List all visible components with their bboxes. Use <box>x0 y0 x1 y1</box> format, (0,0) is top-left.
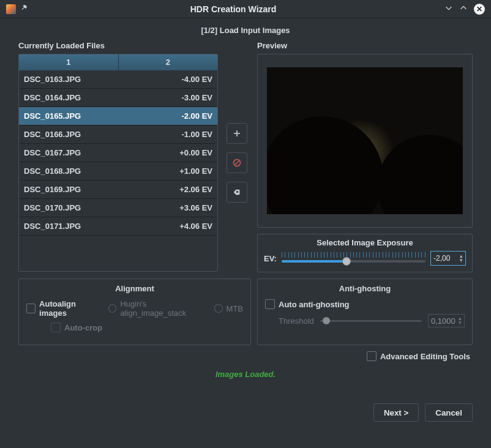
maximize-icon[interactable] <box>459 4 468 14</box>
table-row[interactable]: DSC_0167.JPG+0.00 EV <box>19 144 217 162</box>
close-icon[interactable]: ✕ <box>474 4 485 15</box>
add-files-button[interactable] <box>227 123 247 144</box>
threshold-value: 0,1000 <box>431 316 455 326</box>
file-ev-cell: +4.06 EV <box>122 222 217 231</box>
ev-label: EV: <box>264 254 277 263</box>
table-row[interactable]: DSC_0170.JPG+3.06 EV <box>19 199 217 217</box>
advanced-tools-checkbox[interactable] <box>367 351 377 361</box>
preview-frame <box>257 54 473 228</box>
file-ev-cell: -1.00 EV <box>122 130 217 139</box>
file-ev-cell: +2.06 EV <box>122 185 217 194</box>
threshold-label: Threshold <box>279 316 314 326</box>
auto-antighost-checkbox[interactable] <box>265 299 275 309</box>
file-ev-cell: +0.00 EV <box>122 148 217 157</box>
autocrop-label: Auto-crop <box>64 323 102 332</box>
column-header-1[interactable]: 1 <box>19 54 119 70</box>
file-ev-cell: +1.00 EV <box>122 166 217 176</box>
file-ev-cell: -2.00 EV <box>122 111 217 121</box>
file-ev-cell: -4.00 EV <box>122 75 217 84</box>
file-name-cell: DSC_0168.JPG <box>19 166 122 176</box>
file-name-cell: DSC_0171.JPG <box>19 222 122 231</box>
exposure-panel: Selected Image Exposure EV: ▴▾ <box>257 234 473 272</box>
mtb-label: MTB <box>227 304 243 313</box>
table-row[interactable]: DSC_0166.JPG-1.00 EV <box>19 125 217 144</box>
mtb-radio <box>214 304 222 313</box>
next-button[interactable]: Next > <box>373 403 419 422</box>
file-name-cell: DSC_0163.JPG <box>19 75 122 84</box>
advanced-tools-label: Advanced Editing Tools <box>380 352 470 361</box>
remove-file-button[interactable] <box>227 152 247 173</box>
ev-value-input[interactable] <box>433 254 455 263</box>
table-row[interactable]: DSC_0171.JPG+4.06 EV <box>19 217 217 236</box>
file-name-cell: DSC_0167.JPG <box>19 148 122 157</box>
table-row[interactable]: DSC_0169.JPG+2.06 EV <box>19 181 217 199</box>
cancel-button[interactable]: Cancel <box>425 403 473 422</box>
hugin-radio <box>108 304 116 313</box>
alignment-title: Alignment <box>26 284 243 293</box>
pin-icon[interactable] <box>21 4 28 13</box>
file-ev-cell: +3.06 EV <box>122 203 217 212</box>
exposure-title: Selected Image Exposure <box>264 238 466 247</box>
hugin-label: Hugin's align_image_stack <box>120 299 208 318</box>
preview-label: Preview <box>257 41 473 50</box>
ev-slider[interactable] <box>282 252 425 264</box>
threshold-spinbox: 0,1000 ▴▾ <box>428 314 465 327</box>
antighost-title: Anti-ghosting <box>265 284 465 293</box>
minimize-icon[interactable] <box>444 4 453 14</box>
alignment-panel: Alignment Autoalign images Hugin's align… <box>18 278 251 345</box>
antighost-panel: Anti-ghosting Auto anti-ghosting Thresho… <box>257 278 473 345</box>
step-title: [1/2] Load Input Images <box>18 23 473 41</box>
files-label: Currently Loaded Files <box>18 41 251 50</box>
file-name-cell: DSC_0165.JPG <box>19 111 122 121</box>
file-name-cell: DSC_0166.JPG <box>19 130 122 139</box>
title-bar: HDR Creation Wizard ✕ <box>0 0 491 18</box>
autoalign-checkbox[interactable] <box>26 304 36 313</box>
files-table: 1 2 DSC_0163.JPG-4.00 EVDSC_0164.JPG-3.0… <box>19 54 217 271</box>
autoalign-label: Autoalign images <box>39 299 101 318</box>
table-row[interactable]: DSC_0164.JPG-3.00 EV <box>19 89 217 107</box>
clear-files-button[interactable] <box>227 182 247 203</box>
column-header-2[interactable]: 2 <box>119 54 218 70</box>
auto-antighost-label: Auto anti-ghosting <box>279 300 350 309</box>
file-name-cell: DSC_0170.JPG <box>19 203 122 212</box>
file-name-cell: DSC_0169.JPG <box>19 185 122 194</box>
table-row[interactable]: DSC_0168.JPG+1.00 EV <box>19 162 217 181</box>
file-ev-cell: -3.00 EV <box>122 93 217 102</box>
ev-spinbox[interactable]: ▴▾ <box>430 251 466 266</box>
app-icon <box>6 4 16 14</box>
preview-image <box>267 67 463 214</box>
file-name-cell: DSC_0164.JPG <box>19 93 122 102</box>
table-row[interactable]: DSC_0163.JPG-4.00 EV <box>19 70 217 89</box>
table-row[interactable]: DSC_0165.JPG-2.00 EV <box>19 107 217 125</box>
window-title: HDR Creation Wizard <box>28 4 438 14</box>
threshold-slider <box>320 316 422 325</box>
autocrop-checkbox <box>51 323 61 332</box>
status-text: Images Loaded. <box>18 370 473 379</box>
